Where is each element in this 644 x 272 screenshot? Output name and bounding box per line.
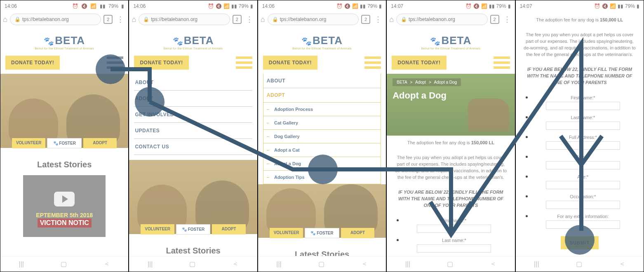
minor-warning: IF YOU ARE BELOW 22, KINDLY FILL THE FOR… bbox=[392, 185, 510, 213]
logo-subtitle: Beirut for the Ethical Treatment of Anim… bbox=[134, 47, 252, 50]
story-video-card[interactable]: EPTEMBER 5th 2018 VICTION NOTIC bbox=[23, 175, 106, 237]
site-logo[interactable]: 🐾BETA Beirut for the Ethical Treatment o… bbox=[134, 34, 252, 50]
panel-2: 14:06 ⏰🔇📶▮▮79%▮ ⌂ 🔒tps://betalebanon.org… bbox=[129, 0, 257, 272]
pill-foster[interactable]: 🐾 FOSTER bbox=[47, 138, 81, 148]
input-address[interactable] bbox=[546, 141, 620, 150]
input-extra-info[interactable] bbox=[546, 220, 620, 229]
wifi-icon: 📶 bbox=[223, 3, 230, 9]
menu-about[interactable]: ABOUT bbox=[263, 74, 381, 88]
lock-icon: 🔒 bbox=[143, 16, 149, 22]
recents-button[interactable]: ||| bbox=[148, 260, 153, 268]
pill-volunteer[interactable]: VOLUNTEER bbox=[141, 224, 174, 234]
tab-count[interactable]: 2 bbox=[490, 15, 499, 24]
input-first-name[interactable] bbox=[546, 102, 620, 110]
tab-count[interactable]: 2 bbox=[103, 15, 113, 24]
battery-percent: 79% bbox=[367, 3, 377, 9]
overflow-menu-icon[interactable]: ⋮ bbox=[244, 15, 255, 24]
clock: 14:06 bbox=[133, 3, 146, 9]
menu-get-involved[interactable]: GET INVOLVED bbox=[134, 107, 252, 123]
status-icons: ⏰ 🔇 📶 ▮▮ 79% ▮ bbox=[71, 3, 125, 9]
hamburger-menu-icon[interactable] bbox=[364, 56, 381, 69]
recents-button[interactable]: ||| bbox=[405, 260, 410, 268]
submenu-adopt-a-dog[interactable]: –Adopt a Dog bbox=[263, 157, 381, 171]
android-status-bar: 14:06 ⏰🔇📶▮▮79%▮ bbox=[258, 0, 386, 12]
url-field[interactable]: 🔒tps://betalebanon.org bbox=[396, 14, 488, 25]
menu-about[interactable]: ABOUT bbox=[134, 75, 252, 91]
home-icon[interactable]: ⌂ bbox=[132, 15, 136, 24]
paw-icon: 🐾 bbox=[301, 37, 312, 46]
wifi-icon: 📶 bbox=[610, 3, 616, 9]
mute-icon: 🔇 bbox=[216, 3, 222, 9]
home-icon[interactable]: ⌂ bbox=[261, 15, 265, 24]
input-occupation[interactable] bbox=[546, 201, 620, 209]
site-logo[interactable]: 🐾BETA Beirut for the Ethical Treatment o… bbox=[263, 34, 381, 50]
recents-button[interactable]: ||| bbox=[534, 260, 539, 268]
home-icon[interactable]: ⌂ bbox=[389, 15, 394, 24]
menu-adopt[interactable]: ADOPT bbox=[134, 91, 252, 107]
submenu-adoption-tips[interactable]: –Adoption Tips bbox=[263, 171, 381, 184]
mute-icon: 🔇 bbox=[344, 3, 350, 9]
home-button[interactable]: ▢ bbox=[318, 260, 324, 268]
battery-percent: 79% bbox=[239, 3, 249, 9]
hamburger-menu-icon[interactable] bbox=[236, 56, 252, 69]
donate-button[interactable]: DONATE TODAY! bbox=[134, 56, 188, 70]
tab-count[interactable]: 2 bbox=[233, 15, 242, 24]
back-button[interactable]: ＜ bbox=[103, 260, 110, 268]
back-button[interactable]: ＜ bbox=[232, 260, 239, 268]
pill-adopt[interactable]: ADOPT bbox=[83, 138, 117, 148]
url-field[interactable]: 🔒tps://betalebanon.org bbox=[268, 14, 359, 25]
home-icon[interactable]: ⌂ bbox=[3, 15, 7, 24]
submenu-adopt-a-cat[interactable]: –Adopt a Cat bbox=[263, 143, 381, 157]
home-button[interactable]: ▢ bbox=[61, 260, 67, 268]
home-button[interactable]: ▢ bbox=[189, 260, 195, 268]
pill-adopt[interactable]: ADOPT bbox=[341, 228, 374, 238]
site-logo[interactable]: 🐾BETA Beirut for the Ethical Treatment o… bbox=[392, 34, 510, 50]
android-nav-bar: ||| ▢ ＜ bbox=[516, 256, 644, 272]
menu-adopt-expanded[interactable]: ADOPT bbox=[263, 88, 381, 103]
pill-foster[interactable]: 🐾 FOSTER bbox=[176, 224, 210, 234]
site-logo[interactable]: 🐾BETA Beirut for the Ethical Treatment o… bbox=[5, 34, 123, 50]
input-first-name[interactable] bbox=[417, 225, 491, 233]
overflow-menu-icon[interactable]: ⋮ bbox=[373, 15, 383, 24]
overflow-menu-icon[interactable]: ⋮ bbox=[502, 15, 512, 24]
action-pills: VOLUNTEER 🐾 FOSTER ADOPT bbox=[263, 228, 381, 238]
recents-button[interactable]: ||| bbox=[276, 260, 281, 268]
submenu-cat-gallery[interactable]: –Cat Gallery bbox=[263, 116, 381, 130]
home-button[interactable]: ▢ bbox=[576, 260, 582, 268]
submenu-dog-gallery[interactable]: –Dog Gallery bbox=[263, 130, 381, 143]
back-button[interactable]: ＜ bbox=[490, 260, 496, 268]
back-button[interactable]: ＜ bbox=[361, 260, 368, 268]
input-last-name[interactable] bbox=[546, 122, 620, 130]
input-age[interactable] bbox=[546, 181, 620, 189]
back-button[interactable]: ＜ bbox=[619, 260, 625, 268]
url-field[interactable]: 🔒 tps://betalebanon.org bbox=[10, 14, 101, 25]
status-icons: ⏰🔇📶▮▮79%▮ bbox=[464, 3, 511, 9]
battery-icon: ▮ bbox=[121, 3, 124, 9]
pill-foster[interactable]: 🐾 FOSTER bbox=[305, 228, 339, 238]
pill-adopt[interactable]: ADOPT bbox=[212, 224, 245, 234]
submit-button[interactable]: SUBMIT bbox=[561, 236, 599, 249]
clock: 14:07 bbox=[520, 3, 532, 9]
home-button[interactable]: ▢ bbox=[447, 260, 453, 268]
submenu-adoption-process[interactable]: –Adoption Process bbox=[263, 103, 381, 116]
donate-button[interactable]: DONATE TODAY! bbox=[263, 56, 317, 70]
play-icon[interactable] bbox=[54, 192, 75, 206]
hamburger-menu-icon[interactable] bbox=[494, 56, 510, 69]
dog-image bbox=[468, 98, 509, 131]
breadcrumb[interactable]: BETA > Adopt > Adopt a Dog bbox=[393, 78, 461, 86]
overflow-menu-icon[interactable]: ⋮ bbox=[115, 15, 126, 24]
label-extra-info: For any extra information: bbox=[532, 214, 634, 219]
donate-button[interactable]: DONATE TODAY! bbox=[392, 56, 446, 70]
url-field[interactable]: 🔒tps://betalebanon.org bbox=[139, 14, 230, 25]
pill-volunteer[interactable]: VOLUNTEER bbox=[12, 138, 45, 148]
recents-button[interactable]: ||| bbox=[19, 260, 24, 268]
input-last-name[interactable] bbox=[417, 244, 491, 253]
latest-stories-heading: Latest Stories bbox=[134, 246, 252, 256]
tab-count[interactable]: 2 bbox=[361, 15, 370, 24]
input-email[interactable] bbox=[546, 161, 620, 169]
donate-button[interactable]: DONATE TODAY! bbox=[5, 56, 60, 70]
menu-contact-us[interactable]: CONTACT US bbox=[134, 139, 252, 155]
pill-volunteer[interactable]: VOLUNTEER bbox=[270, 228, 303, 238]
menu-updates[interactable]: UPDATES bbox=[134, 123, 252, 139]
hamburger-menu-icon[interactable] bbox=[107, 56, 123, 69]
